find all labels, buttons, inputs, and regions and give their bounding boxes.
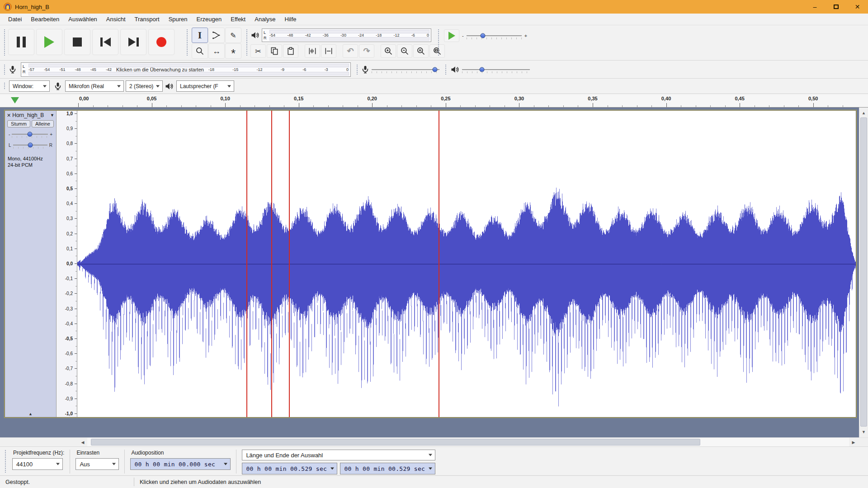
play-at-speed-button[interactable] (444, 29, 459, 42)
track-menu-chevron-icon[interactable]: ▼ (50, 113, 54, 117)
slider-thumb[interactable] (432, 67, 437, 72)
time-shift-tool-button[interactable]: ↔ (208, 43, 225, 59)
zoom-out-button[interactable] (397, 44, 412, 58)
play-button[interactable] (36, 29, 62, 55)
record-button[interactable] (148, 29, 175, 55)
cut-button[interactable]: ✂ (250, 44, 266, 58)
audio-host-select[interactable]: Window: (9, 80, 50, 92)
close-button[interactable]: ✕ (847, 0, 868, 14)
meter-toolbar-grip[interactable] (246, 29, 248, 56)
monitor-hint-text[interactable]: Klicken um die Überwachung zu starten (116, 67, 204, 72)
meter-scale-value: -36 (323, 33, 329, 38)
scroll-up-arrow[interactable]: ▲ (859, 108, 868, 117)
multi-tool-button[interactable]: * (225, 43, 241, 59)
selection-toolbar-grip[interactable] (5, 450, 7, 474)
recording-meter[interactable]: LR -57-54-51-48-45-42 Klicken um die Übe… (21, 62, 351, 77)
scroll-right-arrow[interactable]: ▶ (849, 438, 858, 446)
selection-start-value: 00 h 00 min 00.529 sec (246, 465, 327, 472)
scroll-left-arrow[interactable]: ◀ (78, 438, 87, 446)
horizontal-scroll-thumb[interactable] (91, 439, 700, 446)
menu-item-spuren[interactable]: Spuren (164, 14, 192, 24)
playback-meter[interactable]: LR -54-48-42-36-30-24-18-12-60 (262, 28, 431, 42)
time-shift-icon: ↔ (212, 47, 221, 56)
timeline-tick (299, 103, 299, 107)
menu-item-analyse[interactable]: Analyse (250, 14, 280, 24)
menu-item-erzeugen[interactable]: Erzeugen (192, 14, 226, 24)
trim-audio-button[interactable] (305, 44, 320, 58)
audio-position-display[interactable]: 00 h 00 min 00.000 sec (130, 458, 231, 470)
input-channels-select[interactable]: 2 (Stereo) (126, 80, 163, 92)
timeline-tick (681, 105, 681, 107)
horizontal-scrollbar[interactable] (87, 438, 849, 446)
menu-item-bearbeiten[interactable]: Bearbeiten (26, 14, 64, 24)
vertical-scrollbar[interactable]: ▲ ▼ (859, 108, 868, 437)
recording-meter-grip[interactable] (4, 64, 6, 75)
gain-slider[interactable] (12, 130, 48, 138)
menu-item-effekt[interactable]: Effekt (226, 14, 250, 24)
menu-item-datei[interactable]: Datei (4, 14, 26, 24)
maximize-button[interactable] (826, 0, 847, 14)
selection-tool-button[interactable]: I (192, 28, 208, 43)
menu-item-auswählen[interactable]: Auswählen (64, 14, 102, 24)
track-collapse-button[interactable]: ▲ (21, 412, 40, 416)
zoom-to-project-button[interactable] (429, 44, 445, 58)
menu-item-transport[interactable]: Transport (130, 14, 164, 24)
minimize-button[interactable]: – (804, 0, 826, 14)
play-speed-slider[interactable] (467, 32, 522, 40)
vertical-scale-ruler[interactable]: 1,00,90,80,70,60,50,40,30,20,10,0-0,1-0,… (57, 111, 77, 417)
draw-tool-button[interactable]: ✎ (225, 28, 241, 43)
slider-thumb[interactable] (481, 33, 486, 38)
zoom-tool-button[interactable] (192, 43, 208, 59)
skip-to-start-button[interactable] (92, 29, 118, 55)
input-device-mic-icon (53, 82, 62, 92)
slider-thumb[interactable] (479, 67, 484, 72)
silence-audio-button[interactable] (321, 44, 336, 58)
chevron-down-icon (429, 468, 432, 470)
redo-button[interactable]: ↷ (359, 44, 374, 58)
project-rate-select[interactable]: 44100 (12, 458, 63, 470)
vertical-ruler-label: -0,8 (65, 381, 73, 386)
tools-toolbar-grip[interactable] (186, 29, 189, 56)
pinned-playhead-toggle[interactable] (11, 97, 19, 103)
zoom-in-button[interactable] (381, 44, 396, 58)
menu-item-hilfe[interactable]: Hilfe (280, 14, 301, 24)
meter-scale-value: -12 (257, 67, 263, 72)
zoom-to-selection-button[interactable] (413, 44, 429, 58)
playback-volume-slider[interactable] (462, 66, 530, 74)
input-device-select[interactable]: Mikrofon (Real (65, 80, 124, 92)
menu-item-ansicht[interactable]: Ansicht (102, 14, 130, 24)
selection-mode-select[interactable]: Länge und Ende der Auswahl (242, 450, 435, 460)
vertical-scroll-thumb[interactable] (860, 117, 867, 427)
mixer-toolbar-grip[interactable] (356, 64, 359, 75)
slider-thumb[interactable] (28, 143, 33, 148)
transport-toolbar-grip[interactable] (4, 29, 6, 56)
undo-button[interactable]: ↶ (343, 44, 358, 58)
track-close-button[interactable]: ✕ (7, 113, 11, 118)
vertical-ruler-minor-tick (75, 151, 77, 151)
pause-button[interactable] (8, 29, 34, 55)
solo-button[interactable]: Alleine (32, 120, 54, 127)
copy-button[interactable] (267, 44, 282, 58)
envelope-tool-button[interactable] (208, 28, 225, 43)
snap-select[interactable]: Aus (75, 458, 119, 470)
mute-button[interactable]: Stumm (7, 120, 30, 127)
device-toolbar-grip[interactable] (4, 82, 6, 90)
play-at-speed-grip[interactable] (438, 29, 440, 56)
playback-volume-grip[interactable] (445, 64, 447, 75)
pan-slider[interactable] (13, 141, 47, 149)
recording-volume-slider[interactable] (372, 66, 439, 74)
output-device-select[interactable]: Lautsprecher (F (176, 80, 234, 92)
skip-to-end-button[interactable] (120, 29, 146, 55)
audio-host-value: Window: (13, 83, 33, 89)
meter-scale-value: -6 (302, 67, 306, 72)
paste-button[interactable] (283, 44, 298, 58)
slider-thumb[interactable] (28, 132, 33, 137)
timeline-ruler[interactable]: 0,000,050,100,150,200,250,300,350,400,45… (78, 94, 856, 107)
waveform-area[interactable] (77, 111, 856, 417)
stop-button[interactable] (64, 29, 90, 55)
selection-end-display[interactable]: 00 h 00 min 00.529 sec (340, 463, 435, 474)
selection-start-display[interactable]: 00 h 00 min 00.529 sec (242, 463, 337, 474)
scroll-down-arrow[interactable]: ▼ (859, 427, 868, 436)
track-name[interactable]: Horn_high_B (12, 112, 49, 118)
waveform-canvas[interactable] (77, 111, 856, 417)
